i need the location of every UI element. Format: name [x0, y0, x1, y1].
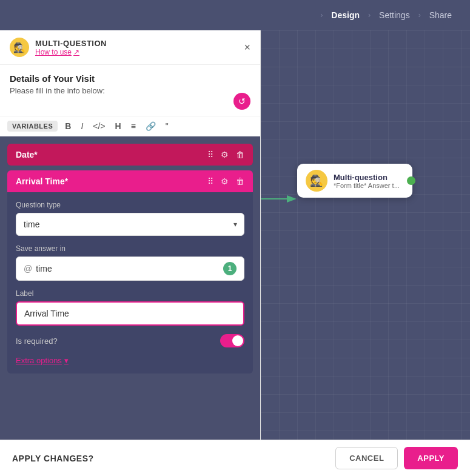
panel-title: MULTI-QUESTION [35, 39, 107, 48]
nav-share[interactable]: Share [423, 7, 458, 24]
question-settings-panel: Question type time text number date ▾ [7, 192, 253, 374]
node-output-dot[interactable] [407, 176, 415, 185]
extra-options[interactable]: Extra options ▾ [16, 356, 244, 365]
editor-toolbar: VARIABLES B I </> H ≡ 🔗 " [0, 116, 260, 136]
node-content: Multi-question *Form title* Answer t... [334, 173, 400, 189]
node-icon: 🕵️ [306, 170, 327, 192]
date-delete-icon[interactable]: 🗑 [236, 150, 244, 159]
label-group: Label [16, 289, 244, 326]
bottom-actions: CANCEL APPLY [335, 447, 458, 469]
date-drag-icon[interactable]: ⠿ [207, 150, 213, 159]
top-navigation: › Design › Settings › Share [0, 0, 470, 30]
question-type-select[interactable]: time text number date [16, 213, 244, 236]
panel-header: 🕵️ MULTI-QUESTION How to use ↗ × [0, 30, 260, 65]
left-panel: 🕵️ MULTI-QUESTION How to use ↗ × Details… [0, 30, 261, 440]
node-subtitle: *Form title* Answer t... [334, 182, 400, 189]
apply-changes-label: APPLY CHANGES? [12, 454, 94, 463]
how-to-use-link[interactable]: How to use ↗ [35, 48, 107, 56]
panel-title-block: MULTI-QUESTION How to use ↗ [35, 39, 107, 56]
date-settings-icon[interactable]: ⚙ [221, 150, 229, 159]
required-toggle-row: Is required? [16, 334, 244, 347]
question-arrival-label: Arrival Time* [16, 176, 68, 186]
nav-items: › Design › Settings › Share [320, 7, 458, 24]
save-answer-input[interactable] [36, 264, 223, 273]
close-button[interactable]: × [244, 42, 250, 53]
extra-options-chevron-icon: ▾ [64, 356, 69, 365]
arrival-delete-icon[interactable]: 🗑 [236, 176, 244, 186]
extra-options-label: Extra options [16, 356, 62, 365]
multi-question-node[interactable]: 🕵️ Multi-question *Form title* Answer t.… [297, 164, 412, 198]
label-field-label: Label [16, 289, 244, 298]
editor-subtitle: Please fill in the info below: [10, 86, 250, 95]
label-input[interactable] [16, 301, 244, 326]
cancel-button[interactable]: CANCEL [335, 447, 398, 469]
toolbar-link[interactable]: 🔗 [143, 120, 158, 132]
node-title: Multi-question [334, 173, 400, 182]
questions-panel: Date* ⠿ ⚙ 🗑 Arrival Time* ⠿ ⚙ 🗑 [0, 136, 260, 440]
required-label: Is required? [16, 337, 58, 346]
question-arrival-actions: ⠿ ⚙ 🗑 [207, 176, 244, 186]
question-type-label: Question type [16, 201, 244, 209]
main-content: 🕵️ MULTI-QUESTION How to use ↗ × Details… [0, 30, 470, 440]
save-answer-wrapper: @ 1 [16, 256, 244, 281]
panel-avatar: 🕵️ [10, 38, 29, 57]
save-answer-badge: 1 [223, 262, 237, 275]
toolbar-list[interactable]: ≡ [129, 120, 138, 132]
canvas-panel: 🕵️ Multi-question *Form title* Answer t.… [261, 30, 470, 440]
nav-design[interactable]: Design [325, 7, 366, 24]
toolbar-heading[interactable]: H [113, 120, 124, 132]
arrival-drag-icon[interactable]: ⠿ [207, 176, 213, 186]
toolbar-quote[interactable]: " [163, 120, 171, 132]
at-symbol: @ [24, 264, 32, 273]
save-answer-label: Save answer in [16, 244, 244, 253]
question-arrival-time: Arrival Time* ⠿ ⚙ 🗑 Question type time [7, 170, 253, 378]
question-type-group: Question type time text number date ▾ [16, 201, 244, 236]
toolbar-bold[interactable]: B [62, 120, 73, 132]
toolbar-variables-button[interactable]: VARIABLES [7, 121, 58, 132]
question-arrival-row[interactable]: Arrival Time* ⠿ ⚙ 🗑 [7, 170, 253, 192]
external-link-icon: ↗ [73, 48, 79, 56]
save-answer-group: Save answer in @ 1 [16, 244, 244, 281]
connection-arrow [261, 193, 300, 205]
apply-button[interactable]: APPLY [404, 447, 458, 469]
question-date-actions: ⠿ ⚙ 🗑 [207, 150, 244, 159]
nav-chevron-2: › [368, 11, 371, 19]
editor-refresh-button[interactable]: ↺ [233, 93, 250, 110]
toolbar-code[interactable]: </> [90, 120, 107, 132]
arrival-settings-icon[interactable]: ⚙ [221, 176, 229, 186]
nav-chevron-3: › [418, 11, 421, 19]
nav-chevron-1: › [320, 11, 323, 19]
editor-title: Details of Your Visit [10, 73, 250, 84]
panel-header-left: 🕵️ MULTI-QUESTION How to use ↗ [10, 38, 107, 57]
question-date-label: Date* [16, 150, 38, 159]
question-date-row[interactable]: Date* ⠿ ⚙ 🗑 [7, 144, 253, 166]
toolbar-italic[interactable]: I [78, 120, 86, 132]
text-editor: Details of Your Visit Please fill in the… [0, 65, 260, 116]
toggle-thumb [232, 335, 243, 346]
nav-settings[interactable]: Settings [373, 7, 416, 24]
editor-body: Details of Your Visit Please fill in the… [10, 73, 250, 110]
required-toggle[interactable] [220, 334, 244, 347]
bottom-bar: APPLY CHANGES? CANCEL APPLY [0, 440, 470, 476]
question-type-select-wrapper: time text number date ▾ [16, 213, 244, 236]
